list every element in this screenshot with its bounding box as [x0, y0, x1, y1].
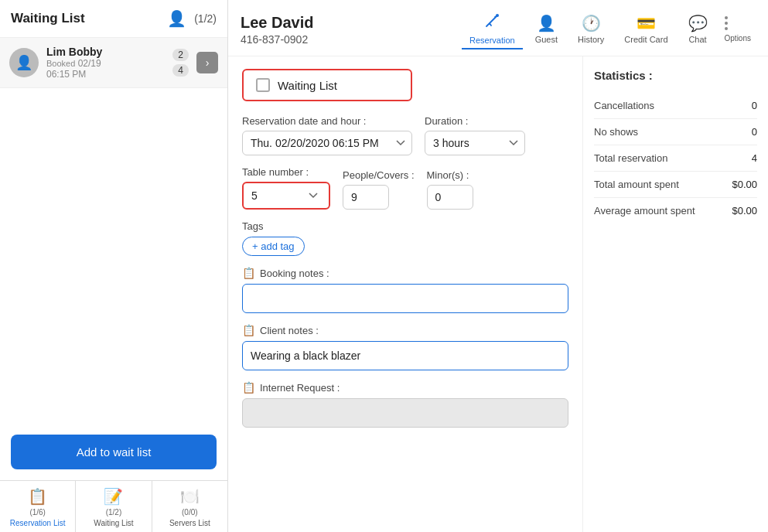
add-tag-button[interactable]: + add tag [242, 237, 305, 256]
main-header: Lee David 416-837-0902 Reservation 👤 Gue… [228, 0, 768, 56]
table-select-box: 5 [242, 182, 330, 210]
list-item-badges: 2 4 [172, 49, 189, 77]
dot3 [725, 27, 728, 30]
reservation-label: Reservation [469, 36, 515, 45]
main-nav: Reservation 👤 Guest 🕐 History 💳 Credit C… [462, 9, 756, 49]
footer-tab-servers-list[interactable]: 🍽️ (0/0) Servers List [152, 481, 227, 532]
dot2 [725, 22, 728, 25]
minor-input[interactable] [427, 185, 473, 210]
reservation-list-badge: (1/6) [29, 508, 46, 517]
list-item-date: 02/19 [78, 58, 101, 69]
total-spent-value: $0.00 [732, 179, 757, 190]
sidebar-footer: 📋 (1/6) Reservation List 📝 (1/2) Waiting… [0, 480, 227, 532]
waiting-checkbox[interactable] [256, 78, 270, 92]
credit-card-icon: 💳 [637, 14, 656, 32]
guest-label: Guest [535, 35, 558, 44]
sidebar-count: (1/2) [194, 12, 217, 25]
waiting-list-badge: (1/2) [106, 508, 122, 517]
nav-reservation[interactable]: Reservation [462, 9, 523, 49]
tags-label: Tags [242, 220, 568, 232]
history-icon: 🕐 [582, 14, 601, 32]
stats-row-total-res: Total reservation 4 [594, 145, 757, 172]
date-duration-row: Reservation date and hour : Thu. 02/20/2… [242, 115, 568, 155]
duration-select[interactable]: 3 hours [425, 131, 525, 155]
stats-row-cancellations: Cancellations 0 [594, 93, 757, 119]
booking-notes-icon: 📋 [242, 267, 255, 279]
people-group: People/Covers : [343, 169, 415, 210]
badge-count: 4 [172, 64, 189, 77]
internet-request-section: 📋 Internet Request : [242, 381, 568, 431]
list-item-info: Lim Bobby Booked 02/19 06:15 PM [46, 46, 165, 80]
footer-tab-reservation-list[interactable]: 📋 (1/6) Reservation List [0, 481, 76, 532]
stats-rows: Cancellations 0 No shows 0 Total reserva… [594, 93, 757, 223]
table-select[interactable]: 5 [251, 189, 321, 202]
reservation-list-label: Reservation List [10, 519, 66, 527]
table-group: Table number : 5 [242, 166, 330, 210]
sidebar-header-icons: 👤 (1/2) [167, 9, 217, 28]
internet-request-input[interactable] [242, 398, 568, 428]
main-header-left: Lee David 416-837-0902 [241, 14, 313, 46]
stats-row-noshows: No shows 0 [594, 119, 757, 145]
main-form: Waiting List Reservation date and hour :… [228, 56, 582, 532]
waiting-list-icon: 📝 [104, 487, 123, 506]
list-item[interactable]: 👤 Lim Bobby Booked 02/19 06:15 PM 2 4 › [0, 38, 227, 88]
waiting-list-checkbox-box[interactable]: Waiting List [242, 69, 412, 101]
sidebar-list: 👤 Lim Bobby Booked 02/19 06:15 PM 2 4 › [0, 38, 227, 424]
people-label: People/Covers : [343, 169, 415, 181]
minor-label: Minor(s) : [427, 169, 473, 181]
internet-request-label: 📋 Internet Request : [242, 381, 568, 394]
sidebar: Waiting List 👤 (1/2) 👤 Lim Bobby Booked … [0, 0, 228, 532]
nav-credit-card[interactable]: 💳 Credit Card [616, 11, 675, 49]
tags-section: Tags + add tag [242, 220, 568, 256]
avatar: 👤 [9, 48, 39, 77]
reservation-icon [483, 12, 500, 33]
stats-row-total-spent: Total amount spent $0.00 [594, 172, 757, 198]
avg-spent-label: Average amount spent [594, 205, 695, 217]
chat-label: Chat [688, 35, 706, 44]
client-notes-label: 📋 Client notes : [242, 324, 568, 336]
dot1 [725, 16, 728, 19]
table-people-row: Table number : 5 People/Covers : Minor(s… [242, 166, 568, 210]
stats-panel: Statistics : Cancellations 0 No shows 0 … [582, 56, 768, 532]
minor-group: Minor(s) : [427, 169, 473, 210]
main-content: Lee David 416-837-0902 Reservation 👤 Gue… [228, 0, 768, 532]
arrow-button[interactable]: › [196, 52, 218, 73]
booking-notes-section: 📋 Booking notes : [242, 267, 568, 313]
cancellations-label: Cancellations [594, 100, 654, 111]
cancellations-value: 0 [752, 100, 757, 111]
credit-card-label: Credit Card [624, 35, 667, 44]
total-spent-label: Total amount spent [594, 179, 679, 190]
nav-chat[interactable]: 💬 Chat [681, 11, 715, 49]
duration-group: Duration : 3 hours [425, 115, 525, 155]
total-res-value: 4 [752, 152, 757, 164]
user-icon: 👤 [167, 9, 186, 28]
date-label: Reservation date and hour : [242, 115, 412, 127]
stats-row-avg-spent: Average amount spent $0.00 [594, 198, 757, 223]
main-phone: 416-837-0902 [241, 33, 313, 46]
date-select[interactable]: Thu. 02/20/2020 06:15 PM [242, 131, 412, 155]
list-item-name: Lim Bobby [46, 46, 165, 58]
nav-history[interactable]: 🕐 History [570, 11, 612, 49]
table-label: Table number : [242, 166, 330, 178]
noshows-value: 0 [752, 126, 757, 138]
duration-label: Duration : [425, 115, 525, 127]
people-input[interactable] [343, 185, 389, 210]
reservation-list-icon: 📋 [28, 487, 47, 506]
nav-guest[interactable]: 👤 Guest [527, 11, 565, 49]
internet-request-icon: 📋 [242, 381, 255, 394]
add-to-waitlist-button[interactable]: Add to wait list [11, 435, 217, 469]
guest-icon: 👤 [537, 14, 556, 32]
client-notes-input[interactable] [242, 341, 568, 370]
noshows-label: No shows [594, 126, 638, 138]
avg-spent-value: $0.00 [732, 205, 757, 217]
stats-title: Statistics : [594, 69, 757, 82]
sidebar-title: Waiting List [11, 11, 85, 26]
list-item-time: 06:15 PM [46, 69, 165, 80]
options-menu[interactable]: Options [720, 13, 756, 46]
booking-notes-input[interactable] [242, 284, 568, 313]
footer-tab-waiting-list[interactable]: 📝 (1/2) Waiting List [76, 481, 152, 532]
servers-list-icon: 🍽️ [180, 487, 200, 506]
sidebar-header: Waiting List 👤 (1/2) [0, 0, 227, 38]
badge-people: 2 [172, 49, 189, 61]
total-res-label: Total reservation [594, 152, 667, 164]
